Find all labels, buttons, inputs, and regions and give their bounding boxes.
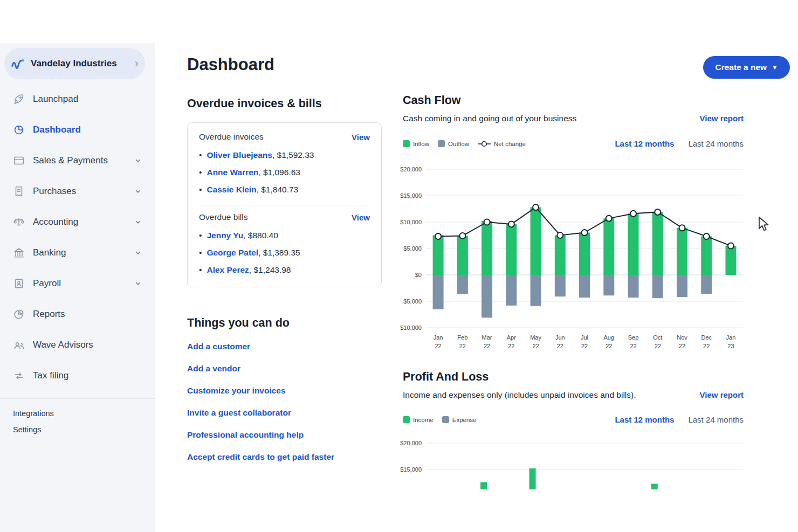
outflow-swatch-icon xyxy=(438,140,445,147)
sidebar-item-sales-payments[interactable]: Sales & Payments xyxy=(0,145,155,176)
chevron-down-icon xyxy=(133,156,143,165)
legend-net-change-label: Net change xyxy=(494,141,526,147)
sidebar-item-purchases[interactable]: Purchases xyxy=(0,176,155,206)
profit-loss-subtitle: Income and expenses only (includes unpai… xyxy=(403,390,636,400)
view-invoices-link[interactable]: View xyxy=(352,133,370,142)
svg-text:May22: May22 xyxy=(530,334,541,349)
legend-net-change: Net change xyxy=(478,141,526,147)
legend-expense-label: Expense xyxy=(452,417,477,423)
sidebar-item-settings[interactable]: Settings xyxy=(0,422,155,438)
overdue-amount: , $1,592.33 xyxy=(272,150,314,160)
overdue-item: •Anne Warren, $1,096.63 xyxy=(199,164,370,181)
profit-loss-tab-last-12-months[interactable]: Last 12 months xyxy=(615,415,674,424)
bullet: • xyxy=(199,248,202,257)
legend-income: Income xyxy=(403,416,434,423)
sidebar-item-integrations[interactable]: Integrations xyxy=(0,405,155,422)
contact-link[interactable]: Alex Perez xyxy=(207,265,249,274)
profit-loss-view-report-link[interactable]: View report xyxy=(700,390,744,399)
svg-text:Jul22: Jul22 xyxy=(581,334,588,349)
sidebar-item-banking[interactable]: Banking xyxy=(0,237,155,268)
things-links: Add a customerAdd a vendorCustomize your… xyxy=(187,342,382,474)
card-divider xyxy=(199,205,370,205)
sidebar-item-label: Payroll xyxy=(33,278,61,289)
receipt-icon xyxy=(13,185,25,197)
badge-icon xyxy=(13,278,25,289)
overdue-item: •Alex Perez, $1,243.98 xyxy=(199,261,370,279)
chevron-right-icon: › xyxy=(135,58,139,70)
overdue-invoices-list: •Oliver Bluejeans, $1,592.33•Anne Warren… xyxy=(199,147,370,198)
sidebar-item-label: Purchases xyxy=(33,186,76,197)
contact-link[interactable]: Oliver Bluejeans xyxy=(207,150,272,160)
svg-text:$15,000: $15,000 xyxy=(400,466,422,473)
profit-loss-tab-last-24-months[interactable]: Last 24 months xyxy=(688,415,744,424)
action-link-add-a-customer[interactable]: Add a customer xyxy=(187,342,382,351)
overdue-amount: , $880.40 xyxy=(243,231,278,240)
action-link-professional-accounting-help[interactable]: Professional accounting help xyxy=(187,430,382,440)
sidebar-item-label: Accounting xyxy=(33,217,78,227)
legend-inflow-label: Inflow xyxy=(413,141,429,147)
expense-swatch-icon xyxy=(442,416,449,423)
svg-text:-$5,000: -$5,000 xyxy=(402,298,422,305)
cash-flow-subtitle: Cash coming in and going out of your bus… xyxy=(403,114,576,123)
sidebar-item-wave-advisors[interactable]: Wave Advisors xyxy=(0,329,155,360)
net-change-icon xyxy=(478,141,491,147)
cash-flow-tab-last-24-months[interactable]: Last 24 months xyxy=(688,139,744,148)
svg-text:$20,000: $20,000 xyxy=(400,440,422,446)
page-title: Dashboard xyxy=(187,55,274,74)
sidebar-item-payroll[interactable]: Payroll xyxy=(0,268,155,299)
svg-text:Dec22: Dec22 xyxy=(701,334,712,349)
contact-link[interactable]: George Patel xyxy=(207,248,258,257)
caret-down-icon: ▼ xyxy=(772,64,778,71)
sidebar-item-tax-filing[interactable]: Tax filing xyxy=(0,360,155,391)
create-new-label: Create a new xyxy=(715,63,767,72)
cash-flow-view-report-link[interactable]: View report xyxy=(700,114,744,123)
action-link-accept-credit-cards-to-get-paid-faster[interactable]: Accept credit cards to get paid faster xyxy=(187,452,382,462)
overdue-item: •Jenny Yu, $880.40 xyxy=(199,227,370,244)
overdue-amount: , $1,243.98 xyxy=(249,265,291,274)
inflow-swatch-icon xyxy=(403,140,410,147)
chevron-down-icon xyxy=(133,248,143,258)
sidebar-item-label: Tax filing xyxy=(33,370,68,381)
dashboard-icon xyxy=(13,124,25,136)
legend-outflow-label: Outflow xyxy=(448,141,469,147)
create-new-button[interactable]: Create a new ▼ xyxy=(703,56,790,79)
action-link-add-a-vendor[interactable]: Add a vendor xyxy=(187,364,382,374)
brand-name: Vandelay Industries xyxy=(31,58,117,69)
action-link-customize-your-invoices[interactable]: Customize your invoices xyxy=(187,386,382,396)
contact-link[interactable]: Cassie Klein xyxy=(207,185,256,194)
overdue-bills-list: •Jenny Yu, $880.40•George Patel, $1,389.… xyxy=(199,227,370,279)
bullet: • xyxy=(199,168,202,177)
profit-loss-title: Profit And Loss xyxy=(403,370,489,384)
svg-text:-$10,000: -$10,000 xyxy=(400,324,422,331)
sidebar-footer: Integrations Settings xyxy=(0,398,155,438)
svg-text:$10,000: $10,000 xyxy=(400,219,422,225)
sidebar-item-launchpad[interactable]: Launchpad xyxy=(0,84,155,114)
view-bills-link[interactable]: View xyxy=(352,213,370,222)
action-link-invite-a-guest-collaborator[interactable]: Invite a guest collaborator xyxy=(187,408,382,418)
wave-logo-icon xyxy=(10,56,26,72)
contact-link[interactable]: Anne Warren xyxy=(207,168,258,177)
overdue-item: •George Patel, $1,389.35 xyxy=(199,244,370,261)
profit-loss-chart: $20,000$15,000 xyxy=(400,434,745,489)
svg-text:$5,000: $5,000 xyxy=(403,245,422,252)
svg-text:Aug22: Aug22 xyxy=(603,334,614,349)
cash-flow-tab-last-12-months[interactable]: Last 12 months xyxy=(615,139,674,148)
things-section-title: Things you can do xyxy=(187,316,290,330)
sidebar-item-reports[interactable]: Reports xyxy=(0,299,155,329)
chevron-down-icon xyxy=(133,186,143,196)
contact-link[interactable]: Jenny Yu xyxy=(207,231,243,240)
svg-text:Apr22: Apr22 xyxy=(507,334,516,349)
cash-flow-chart: $20,000$15,000$10,000$5,000$0-$5,000-$10… xyxy=(400,160,745,354)
sidebar-item-label: Sales & Payments xyxy=(33,155,108,166)
sidebar-item-dashboard[interactable]: Dashboard xyxy=(0,114,155,145)
svg-text:Feb22: Feb22 xyxy=(457,334,467,349)
sidebar-item-label: Reports xyxy=(33,309,65,320)
rocket-icon xyxy=(13,93,25,105)
bullet: • xyxy=(199,150,202,160)
sidebar-item-accounting[interactable]: Accounting xyxy=(0,206,155,237)
card-icon xyxy=(13,155,25,167)
arrows-icon xyxy=(13,370,25,382)
legend-expense: Expense xyxy=(442,416,477,423)
sidebar-item-label: Dashboard xyxy=(33,125,81,135)
brand-pill[interactable]: Vandelay Industries › xyxy=(4,48,145,79)
